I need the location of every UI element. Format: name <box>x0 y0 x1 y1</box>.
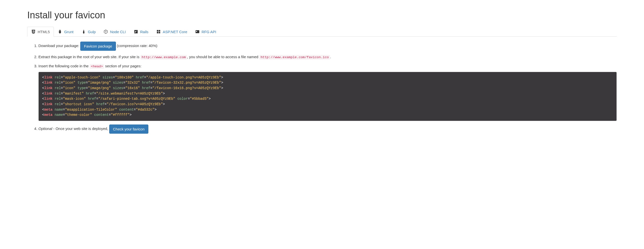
step-text: - Once your web site is deployed, <box>52 126 109 131</box>
tab-label: Gulp <box>88 30 96 34</box>
html5-icon <box>31 29 36 34</box>
head-tag: <head> <box>90 64 104 69</box>
step-text: Insert the following code in the <box>38 64 90 68</box>
tab-grunt[interactable]: Grunt <box>54 27 78 37</box>
tab-label: RFG API <box>202 30 216 34</box>
svg-rect-2 <box>157 32 158 33</box>
install-steps: Download your package: Favicon package (… <box>27 41 617 134</box>
dotnet-icon <box>156 29 161 34</box>
tab-label: Node CLI <box>110 30 126 34</box>
page-title: Install your favicon <box>27 10 617 20</box>
gulp-icon <box>82 29 86 34</box>
step-text: Download your package: <box>38 43 79 48</box>
svg-rect-0 <box>157 30 158 31</box>
install-tabs: HTML5 Grunt Gulp Node CLI <box>27 27 617 37</box>
grunt-icon <box>58 29 62 34</box>
tab-label: ASP.NET Core <box>163 30 187 34</box>
step-text: , you should be able to access a file na… <box>187 55 259 59</box>
step-insert-code: Insert the following code in the <head> … <box>38 63 617 121</box>
rails-icon <box>134 29 138 34</box>
tab-gulp[interactable]: Gulp <box>78 27 100 37</box>
head-code-snippet: <link rel="apple-touch-icon" sizes="180x… <box>38 72 617 121</box>
favicon-package-button[interactable]: Favicon package <box>80 41 116 51</box>
tab-label: Rails <box>140 30 148 34</box>
tab-html5[interactable]: HTML5 <box>27 27 54 37</box>
step-download: Download your package: Favicon package (… <box>38 41 617 51</box>
tab-label: HTML5 <box>38 30 50 34</box>
step-extract: Extract this package in the root of your… <box>38 54 617 60</box>
optional-label: Optional <box>38 126 52 131</box>
example-url: http://www.example.com <box>140 55 187 60</box>
rfg-icon <box>195 29 200 34</box>
tab-label: Grunt <box>64 30 74 34</box>
svg-rect-3 <box>159 32 160 33</box>
svg-rect-5 <box>196 31 197 32</box>
step-text: . <box>330 55 331 59</box>
tab-rfg-api[interactable]: RFG API <box>191 27 220 37</box>
tab-rails[interactable]: Rails <box>130 27 152 37</box>
tab-node-cli[interactable]: Node CLI <box>100 27 130 37</box>
step-text: section of your pages: <box>104 64 142 68</box>
nodejs-icon <box>104 29 108 34</box>
step-check: Optional - Once your web site is deploye… <box>38 124 617 134</box>
tab-aspnet-core[interactable]: ASP.NET Core <box>152 27 191 37</box>
check-favicon-button[interactable]: Check your favicon <box>109 124 148 134</box>
step-text: Extract this package in the root of your… <box>38 55 140 59</box>
compression-rate: (compression rate: 40%) <box>117 43 157 48</box>
example-favicon-url: http://www.example.com/favicon.ico <box>259 55 330 60</box>
svg-rect-1 <box>159 30 160 31</box>
